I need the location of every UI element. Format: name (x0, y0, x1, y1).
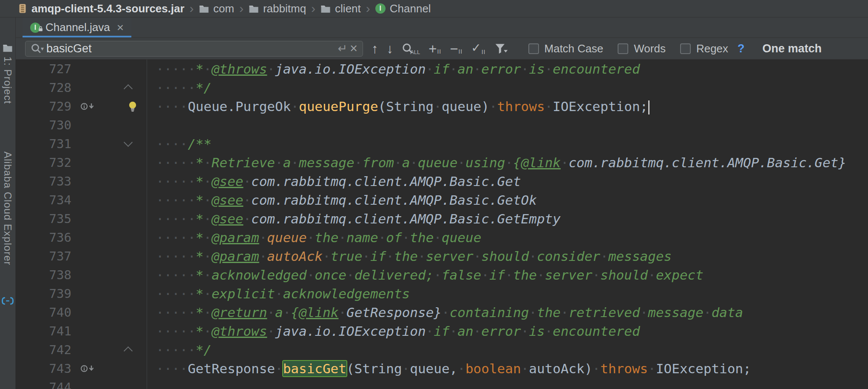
gutter (71, 97, 105, 116)
whitespace-dots: · (450, 61, 458, 77)
line-number: 733 (16, 172, 71, 191)
filter-icon[interactable] (494, 43, 508, 54)
gutter-fold (105, 378, 147, 389)
whitespace-dots: · (474, 323, 482, 339)
code-editor[interactable]: 727·····*·@throws·java.io.IOException·if… (16, 60, 868, 389)
gutter-fold (105, 303, 147, 322)
code-token: ·if·an·error·is·encountered (426, 61, 640, 77)
whitespace-dots: · (386, 249, 394, 264)
code-text (147, 116, 868, 134)
whitespace-dots: · (545, 61, 553, 77)
whitespace-dots: · (648, 361, 656, 376)
search-input[interactable] (46, 42, 335, 55)
fold-up-icon[interactable] (124, 346, 133, 355)
whitespace-dots: ····· (156, 61, 196, 77)
editor-tab-bar: I Channel.java × (16, 17, 868, 38)
intention-bulb-icon[interactable] (127, 100, 138, 112)
implemented-marker-icon[interactable] (80, 102, 97, 111)
find-all-icon[interactable]: ALL (402, 43, 420, 55)
breadcrumb-item[interactable]: IChannel (372, 2, 434, 15)
whitespace-dots: · (204, 249, 212, 264)
search-icon[interactable]: ▾ (31, 43, 44, 54)
fold-up-icon[interactable] (124, 84, 133, 93)
line-number: 738 (16, 266, 71, 284)
whitespace-dots: · (426, 61, 434, 77)
gutter-fold (105, 340, 147, 359)
search-field[interactable]: ▾ ↵ × (25, 41, 363, 57)
code-token: ·containing·the·retrieved·message·data (442, 305, 743, 320)
previous-occurrence-icon[interactable]: ↑ (372, 42, 378, 55)
whitespace-dots: · (291, 99, 299, 114)
breadcrumb-label: amqp-client-5.4.3-sources.jar (31, 2, 184, 15)
code-text: ····Queue.PurgeOk·queuePurge(String·queu… (147, 97, 868, 116)
fold-down-icon[interactable] (124, 138, 133, 147)
code-token: { (291, 305, 299, 320)
code-line: 737·····*·@param·autoAck·true·if·the·ser… (16, 247, 868, 266)
help-icon[interactable]: ? (738, 42, 745, 55)
stripe-button-1-project[interactable]: 1: Project (0, 43, 15, 104)
ide-body: 1: ProjectAlibaba Cloud Explorer I Chann… (0, 17, 868, 389)
code-line: 732·····*·Retrieve·a·message·from·a·queu… (16, 153, 868, 172)
match-status: One match (763, 42, 822, 55)
regex-checkbox[interactable]: Regex (680, 42, 728, 55)
find-bar: ▾ ↵ × ↑ ↓ ALL +II −II ✓II Match CaseWord… (16, 38, 868, 60)
code-token: ·autoAck)· (521, 361, 601, 376)
remove-occurrence-icon[interactable]: −II (450, 42, 462, 56)
whitespace-dots: · (259, 249, 267, 264)
ide-window: amqp-client-5.4.3-sources.jar›com›rabbit… (0, 0, 868, 389)
clear-search-icon[interactable]: × (350, 41, 357, 56)
breadcrumb-item[interactable]: amqp-client-5.4.3-sources.jar (14, 2, 188, 15)
breadcrumb-separator-icon: › (311, 1, 315, 16)
whitespace-dots: ····· (156, 323, 196, 339)
code-line: 735·····*·@see·com.rabbitmq.client.AMQP.… (16, 209, 868, 228)
newline-icon[interactable]: ↵ (338, 42, 347, 55)
line-number: 727 (16, 60, 71, 78)
whitespace-dots: · (275, 361, 283, 376)
whitespace-dots: · (204, 323, 212, 339)
line-number: 734 (16, 191, 71, 209)
whitespace-dots: · (505, 155, 513, 170)
code-token: ·····*·Retrieve·a·message·from·a·queue·u… (156, 155, 513, 170)
code-token: ·····*/ (156, 342, 212, 358)
whitespace-dots: · (338, 230, 346, 245)
breadcrumb-item[interactable]: client (317, 2, 364, 15)
whitespace-dots: · (204, 286, 212, 301)
code-token: @param (212, 230, 259, 245)
breadcrumb-item[interactable]: com (196, 2, 238, 15)
gutter (71, 191, 105, 209)
close-tab-icon[interactable]: × (117, 21, 124, 34)
whitespace-dots: · (402, 361, 410, 376)
code-token: ·GetResponse} (338, 305, 442, 320)
stripe-button-alibaba-cloud-explorer[interactable]: Alibaba Cloud Explorer (0, 152, 15, 265)
whitespace-dots: · (457, 155, 465, 170)
code-line: 730 (16, 116, 868, 134)
whitespace-dots: ····· (156, 342, 196, 358)
checkbox-label: Words (634, 42, 666, 55)
whitespace-dots: · (291, 155, 299, 170)
add-occurrence-icon[interactable]: +II (428, 42, 441, 56)
whitespace-dots: ···· (156, 361, 188, 376)
interface-icon: I (30, 23, 40, 33)
whitespace-dots: · (640, 305, 648, 320)
select-all-occurrences-icon[interactable]: ✓II (471, 42, 485, 55)
whitespace-dots: · (267, 305, 275, 320)
whitespace-dots: · (307, 267, 315, 283)
implemented-marker-icon[interactable] (80, 364, 97, 373)
whitespace-dots: · (275, 155, 283, 170)
breadcrumb-item[interactable]: rabbitmq (245, 2, 309, 15)
whitespace-dots: · (204, 61, 212, 77)
whitespace-dots: · (243, 192, 251, 208)
next-occurrence-icon[interactable]: ↓ (387, 42, 394, 55)
stripe-button-alibaba-cloud[interactable] (0, 296, 15, 306)
code-token: Queue.PurgeOk· (188, 99, 299, 114)
tab-label: Channel.java (45, 21, 110, 34)
whitespace-dots: ····· (156, 305, 196, 320)
code-text: ·····*·@return·a·{@link·GetResponse}·con… (147, 303, 868, 322)
whitespace-dots: · (204, 192, 212, 208)
match-case-checkbox[interactable]: Match Case (528, 42, 604, 55)
tab-channel-java[interactable]: I Channel.java × (23, 17, 131, 37)
search-history-chevron-icon[interactable]: ▾ (41, 45, 44, 52)
words-checkbox[interactable]: Words (618, 42, 666, 55)
code-token: ···· (156, 361, 188, 376)
gutter (71, 134, 105, 153)
